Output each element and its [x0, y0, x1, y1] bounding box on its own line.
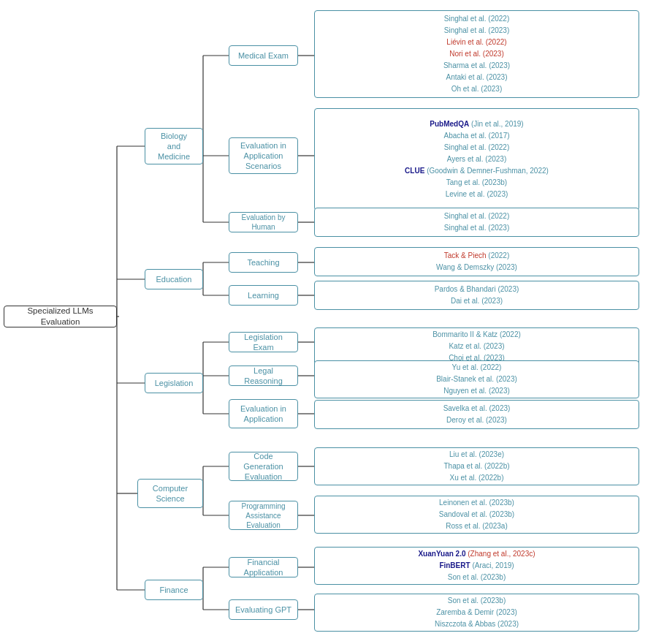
ref-line: PubMedQA (Jin et al., 2019) [430, 118, 523, 130]
eval-app-scenarios-label: Evaluation inApplicationScenarios [240, 140, 286, 172]
diagram: Specialized LLMs Evaluation BiologyandMe… [0, 0, 648, 644]
root-label: Specialized LLMs Evaluation [9, 306, 112, 327]
legislation-exam-node: Legislation Exam [229, 332, 298, 352]
prog-assist-refs: Leinonen et al. (2023b) Sandoval et al. … [314, 496, 639, 534]
teaching-label: Teaching [247, 257, 279, 268]
ref-line: Sandoval et al. (2023b) [439, 509, 514, 520]
eval-in-app-label: Evaluation inApplication [240, 404, 286, 425]
root-node: Specialized LLMs Evaluation [4, 306, 117, 327]
ref-line: Thapa et al. (2022b) [443, 461, 509, 472]
ref-line: Bommarito II & Katz (2022) [432, 329, 521, 341]
medical-exam-label: Medical Exam [238, 50, 289, 61]
biology-node: BiologyandMedicine [145, 128, 203, 164]
education-label: Education [156, 274, 192, 284]
ref-line: Levine et al. (2023) [446, 189, 508, 200]
legislation-node: Legislation [145, 373, 203, 393]
ref-line: Katz et al. (2023) [449, 341, 504, 352]
ref-line: Singhal et al. (2022) [444, 211, 510, 222]
cs-node: ComputerScience [137, 479, 203, 508]
teaching-refs: Tack & Piech (2022) Wang & Demszky (2023… [314, 247, 639, 276]
eval-by-human-label: Evaluation by Human [234, 213, 293, 232]
legal-reasoning-node: Legal Reasoning [229, 365, 298, 386]
ref-line: Nori et al. (2023) [449, 48, 503, 60]
ref-line: Niszczota & Abbas (2023) [435, 618, 519, 630]
ref-line: Savelka et al. (2023) [443, 403, 511, 414]
ref-line: Liévin et al. (2022) [446, 37, 506, 48]
eval-by-human-node: Evaluation by Human [229, 212, 298, 232]
ref-line: Singhal et al. (2023) [444, 25, 510, 37]
ref-line: Leinonen et al. (2023b) [439, 497, 514, 509]
ref-line: Yu et al. (2022) [452, 362, 502, 374]
biology-label: BiologyandMedicine [158, 131, 190, 162]
evaluating-gpt-refs: Son et al. (2023b) Zaremba & Demir (2023… [314, 594, 639, 632]
ref-line: Wang & Demszky (2023) [436, 262, 517, 273]
financial-app-label: Financial Application [234, 557, 293, 578]
evaluating-gpt-node: Evaluating GPT [229, 599, 298, 620]
financial-app-node: Financial Application [229, 557, 298, 577]
ref-line: Antaki et al. (2023) [446, 72, 508, 83]
finance-node: Finance [145, 580, 203, 600]
ref-line: Son et al. (2023b) [448, 595, 506, 607]
ref-line: Xu et al. (2022b) [450, 472, 504, 484]
ref-line: Abacha et al. (2017) [443, 130, 509, 142]
ref-line: FinBERT (Araci, 2019) [439, 560, 514, 572]
learning-node: Learning [229, 285, 298, 306]
financial-app-refs: XuanYuan 2.0 (Zhang et al., 2023c) FinBE… [314, 547, 639, 585]
learning-label: Learning [248, 290, 279, 300]
finance-label: Finance [159, 585, 188, 595]
ref-line: Singhal et al. (2022) [444, 142, 510, 154]
ref-line: Dai et al. (2023) [451, 295, 503, 307]
legal-reasoning-refs: Yu et al. (2022) Blair-Stanek et al. (20… [314, 360, 639, 398]
ref-line: Tack & Piech (2022) [444, 250, 510, 262]
legislation-exam-label: Legislation Exam [234, 332, 293, 353]
legal-reasoning-label: Legal Reasoning [234, 365, 293, 387]
eval-app-scenarios-refs: PubMedQA (Jin et al., 2019) Abacha et al… [314, 108, 639, 211]
prog-assist-label: ProgrammingAssistance Evaluation [234, 501, 293, 530]
ref-line: Oh et al. (2023) [451, 83, 502, 95]
ref-line: Pardos & Bhandari (2023) [435, 284, 519, 295]
ref-line: Zaremba & Demir (2023) [436, 607, 517, 618]
ref-line: Liu et al. (2023e) [449, 449, 504, 461]
ref-line: Sharma et al. (2023) [443, 60, 510, 72]
ref-line: Blair-Stanek et al. (2023) [436, 374, 517, 385]
ref-line: XuanYuan 2.0 (Zhang et al., 2023c) [418, 548, 535, 560]
code-gen-refs: Liu et al. (2023e) Thapa et al. (2022b) … [314, 447, 639, 485]
code-gen-label: Code GenerationEvaluation [234, 451, 293, 482]
medical-exam-refs: Singhal et al. (2022) Singhal et al. (20… [314, 10, 639, 98]
eval-by-human-refs: Singhal et al. (2022) Singhal et al. (20… [314, 208, 639, 237]
code-gen-node: Code GenerationEvaluation [229, 452, 298, 481]
ref-line: CLUE (Goodwin & Demner-Fushman, 2022) [405, 165, 549, 177]
ref-line: Singhal et al. (2022) [444, 13, 510, 25]
ref-line: Son et al. (2023b) [448, 572, 506, 583]
ref-line: Deroy et al. (2023) [446, 414, 507, 426]
medical-exam-node: Medical Exam [229, 45, 298, 66]
evaluating-gpt-label: Evaluating GPT [235, 605, 291, 615]
education-node: Education [145, 269, 203, 289]
legislation-label: Legislation [155, 378, 194, 388]
ref-line: Ross et al. (2023a) [446, 520, 508, 532]
eval-app-scenarios-node: Evaluation inApplicationScenarios [229, 137, 298, 174]
ref-line: Singhal et al. (2023) [444, 222, 510, 234]
eval-in-app-node: Evaluation inApplication [229, 399, 298, 428]
prog-assist-node: ProgrammingAssistance Evaluation [229, 501, 298, 530]
eval-in-app-refs: Savelka et al. (2023) Deroy et al. (2023… [314, 400, 639, 429]
ref-line: Nguyen et al. (2023) [443, 385, 510, 397]
learning-refs: Pardos & Bhandari (2023) Dai et al. (202… [314, 281, 639, 310]
ref-line: Ayers et al. (2023) [447, 154, 507, 165]
teaching-node: Teaching [229, 252, 298, 273]
cs-label: ComputerScience [153, 483, 188, 504]
ref-line: Tang et al. (2023b) [446, 177, 507, 189]
